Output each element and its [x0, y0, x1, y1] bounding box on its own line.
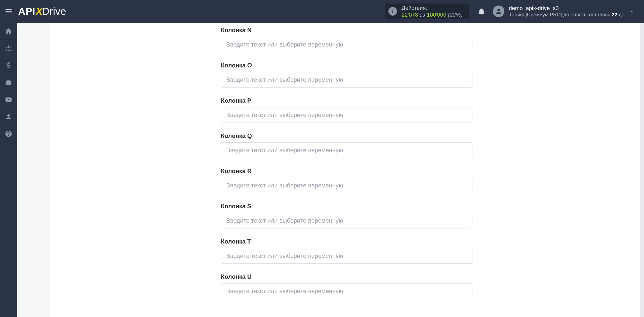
briefcase-icon: [5, 79, 12, 86]
account-block[interactable]: demo_apix-drive_s3 Тариф |Премиум PRO| д…: [493, 5, 624, 18]
hamburger-icon: [5, 7, 13, 15]
field-input[interactable]: [221, 248, 472, 264]
sidebar: [0, 23, 17, 317]
sitemap-icon: [5, 45, 12, 52]
form-card: Колонка NКолонка OКолонка PКолонка QКоло…: [50, 23, 644, 317]
home-icon: [5, 27, 12, 35]
brand-logo[interactable]: API X Drive: [18, 6, 66, 17]
field-input[interactable]: [221, 178, 472, 193]
account-text: demo_apix-drive_s3 Тариф |Премиум PRO| д…: [509, 5, 624, 18]
field-label: Колонка N: [221, 27, 472, 34]
field-column-p: Колонка P: [221, 97, 472, 123]
plan-prefix: Тариф |: [509, 12, 527, 17]
usage-values: 22'078 из 100'000 (22%): [401, 11, 463, 18]
plan-name: Премиум PRO: [527, 12, 561, 17]
sidebar-item-briefcase[interactable]: [0, 74, 17, 91]
field-label: Колонка O: [221, 62, 472, 69]
brand-api: API: [18, 6, 35, 17]
brand-drive: Drive: [42, 6, 66, 17]
dollar-icon: [5, 62, 12, 69]
account-menu-toggle[interactable]: [627, 9, 637, 14]
plan-suffix: дн: [617, 12, 624, 17]
user-icon: [495, 8, 502, 15]
sidebar-item-profile[interactable]: [0, 108, 17, 125]
bell-icon: [478, 8, 485, 15]
usage-pct: (22%): [448, 12, 463, 18]
sidebar-item-connections[interactable]: [0, 40, 17, 57]
question-icon: [5, 130, 12, 138]
field-input[interactable]: [221, 107, 472, 123]
sidebar-item-home[interactable]: [0, 23, 17, 40]
field-input[interactable]: [221, 142, 472, 158]
sidebar-item-youtube[interactable]: [0, 91, 17, 108]
field-column-n: Колонка N: [221, 27, 472, 52]
youtube-icon: [5, 96, 12, 103]
field-label: Колонка U: [221, 273, 472, 280]
usage-text: Действия: 22'078 из 100'000 (22%): [401, 5, 463, 18]
account-username: demo_apix-drive_s3: [509, 5, 624, 12]
avatar: [493, 6, 504, 17]
topbar: API X Drive i Действия: 22'078 из 100'00…: [0, 0, 644, 23]
plan-days: 22: [612, 12, 617, 17]
field-label: Колонка T: [221, 238, 472, 245]
sidebar-item-help[interactable]: [0, 125, 17, 142]
field-label: Колонка S: [221, 203, 472, 210]
field-label: Колонка R: [221, 168, 472, 175]
field-input[interactable]: [221, 72, 472, 88]
field-column-t: Колонка T: [221, 238, 472, 264]
field-input[interactable]: [221, 213, 472, 228]
field-column-s: Колонка S: [221, 203, 472, 228]
usage-of: из: [418, 12, 427, 18]
chevron-down-icon: [629, 9, 635, 14]
brand-x: X: [36, 6, 43, 17]
account-plan: Тариф |Премиум PRO| до оплаты осталось 2…: [509, 12, 624, 18]
field-column-q: Колонка Q: [221, 132, 472, 158]
plan-mid: | до оплаты осталось: [561, 12, 612, 17]
info-icon: i: [388, 7, 397, 16]
field-column-u: Колонка U: [221, 273, 472, 299]
notifications-button[interactable]: [475, 5, 488, 18]
field-label: Колонка P: [221, 97, 472, 104]
field-label: Колонка Q: [221, 132, 472, 139]
user-solid-icon: [5, 113, 12, 121]
field-input[interactable]: [221, 37, 472, 52]
page: Колонка NКолонка OКолонка PКолонка QКоло…: [17, 23, 644, 317]
usage-used: 22'078: [401, 12, 418, 18]
sidebar-item-billing[interactable]: [0, 57, 17, 74]
scrollbar-gutter[interactable]: [640, 23, 644, 317]
field-column-r: Колонка R: [221, 168, 472, 193]
usage-label: Действия:: [401, 5, 463, 12]
usage-limit: 100'000: [427, 12, 446, 18]
column-mapping-form: Колонка NКолонка OКолонка PКолонка QКоло…: [221, 23, 472, 299]
field-column-o: Колонка O: [221, 62, 472, 88]
usage-pill[interactable]: i Действия: 22'078 из 100'000 (22%): [385, 4, 469, 19]
field-input[interactable]: [221, 283, 472, 299]
menu-toggle-button[interactable]: [0, 0, 17, 23]
